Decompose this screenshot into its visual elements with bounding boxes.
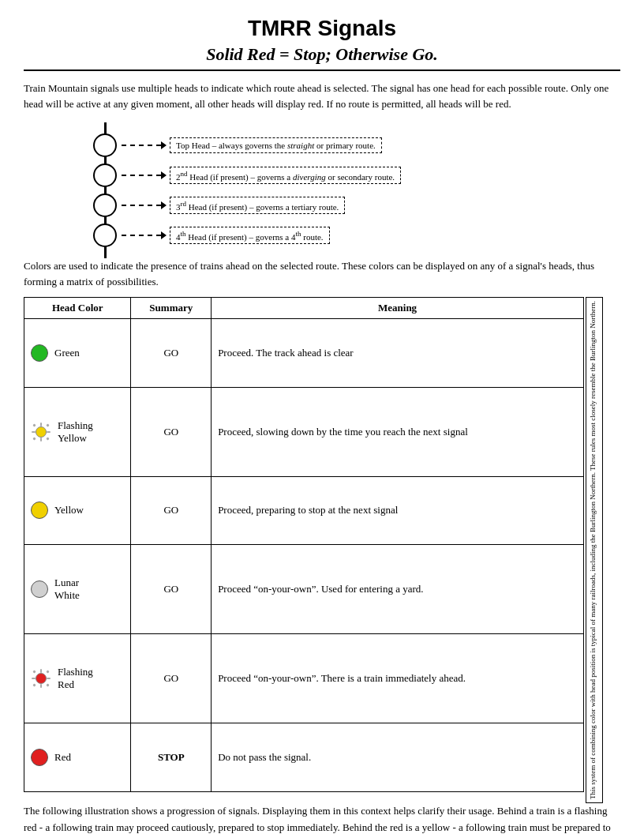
diagram-row-2: 2nd Head (if present) – governs a diverg…	[93, 163, 401, 187]
table-header-row: Head Color Summary Meaning	[24, 298, 584, 319]
table-row: FlashingYellow GO Proceed, slowing down …	[24, 387, 584, 476]
note-4: 4th Head (if present) – governs a 4th ro…	[170, 227, 330, 245]
cell-head-color-flashing-yellow: FlashingYellow	[24, 387, 131, 476]
signal-diagram: Top Head – always governs the straight o…	[93, 122, 551, 258]
cell-meaning-yellow: Proceed, preparing to stop at the next s…	[212, 476, 584, 545]
table-row: FlashingRed GO Proceed “on-your-own”. Th…	[24, 634, 584, 723]
flashing-yellow-icon	[31, 422, 51, 442]
table-row: Red STOP Do not pass the signal.	[24, 723, 584, 792]
head-2	[93, 163, 117, 187]
lunar-circle	[31, 580, 48, 598]
cell-head-color-yellow: Yellow	[24, 476, 131, 545]
cell-meaning-red: Do not pass the signal.	[212, 723, 584, 792]
table-row: Yellow GO Proceed, preparing to stop at …	[24, 476, 584, 545]
head-4	[93, 224, 117, 247]
col-head-color: Head Color	[24, 298, 131, 319]
lunar-label: LunarWhite	[54, 577, 80, 602]
cell-meaning-fy: Proceed, slowing down by the time you re…	[212, 387, 584, 476]
arrow-4	[122, 231, 167, 239]
head-1	[93, 133, 117, 157]
cell-summary-lunar: GO	[131, 545, 212, 634]
diagram-row-1: Top Head – always governs the straight o…	[93, 133, 401, 157]
note-2: 2nd Head (if present) – governs a diverg…	[170, 167, 401, 185]
sideways-note: This system of combining color with head…	[586, 297, 603, 803]
col-meaning: Meaning	[212, 298, 584, 319]
cell-summary-red: STOP	[131, 723, 212, 792]
yellow-label: Yellow	[54, 504, 84, 517]
colors-paragraph: Colors are used to indicate the presence…	[24, 258, 620, 289]
cell-meaning-green: Proceed. The track ahead is clear	[212, 319, 584, 388]
page-subtitle: Solid Red = Stop; Otherwise Go.	[24, 44, 620, 65]
table-container: Head Color Summary Meaning Green GO Proc…	[24, 297, 620, 803]
green-label: Green	[54, 347, 80, 359]
cell-head-color-green: Green	[24, 319, 131, 388]
head-3	[93, 193, 117, 217]
table-row: LunarWhite GO Proceed “on-your-own”. Use…	[24, 545, 584, 634]
cell-head-color-lunar: LunarWhite	[24, 545, 131, 634]
red-circle	[31, 749, 48, 766]
arrow-3	[122, 201, 167, 209]
diagram-row-3: 3rd Head (if present) – governs a tertia…	[93, 193, 401, 217]
intro-paragraph: Train Mountain signals use multiple head…	[24, 81, 620, 111]
arrow-1	[122, 141, 167, 149]
arrow-2	[122, 171, 167, 179]
flashing-red-label: FlashingRed	[58, 666, 93, 691]
progression-paragraph: The following illustration shows a progr…	[24, 803, 620, 834]
title-divider	[24, 70, 620, 71]
col-summary: Summary	[131, 298, 212, 319]
note-1: Top Head – always governs the straight o…	[170, 137, 382, 153]
green-circle	[31, 344, 48, 362]
table-row: Green GO Proceed. The track ahead is cle…	[24, 319, 584, 388]
diagram-row-4: 4th Head (if present) – governs a 4th ro…	[93, 224, 401, 247]
cell-head-color-red: Red	[24, 723, 131, 792]
cell-head-color-flashing-red: FlashingRed	[24, 634, 131, 723]
flashing-red-icon	[31, 668, 51, 689]
red-label: Red	[54, 751, 71, 764]
note-3: 3rd Head (if present) – governs a tertia…	[170, 197, 345, 215]
cell-summary-fy: GO	[131, 387, 212, 476]
cell-meaning-lunar: Proceed “on-your-own”. Used for entering…	[212, 545, 584, 634]
cell-summary-yellow: GO	[131, 476, 212, 545]
flashing-yellow-label: FlashingYellow	[58, 419, 93, 445]
cell-summary-green: GO	[131, 319, 212, 388]
yellow-circle	[31, 502, 48, 519]
signal-colors-table: Head Color Summary Meaning Green GO Proc…	[24, 297, 584, 792]
cell-summary-fr: GO	[131, 634, 212, 723]
cell-meaning-fr: Proceed “on-your-own”. There is a train …	[212, 634, 584, 723]
signal-heads: Top Head – always governs the straight o…	[93, 122, 401, 258]
page-title: TMRR Signals	[24, 16, 620, 41]
